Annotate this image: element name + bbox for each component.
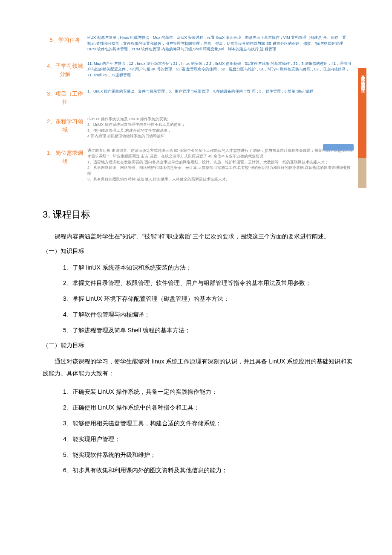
knowledge-list: 1、了解 IinUX 系统基本知识和系统安装的方法； 2、掌握文件目录管理、权限…: [43, 261, 354, 337]
list-item: 2、掌握文件目录管理、权限管理、软件管理、用户与组群管理等指令的基本用法及常用参…: [63, 276, 354, 290]
row-content-2: LiJnUX 操作系统认知及 IJnUX 操作系统的安装; 2、lJnUX 操作…: [87, 116, 354, 139]
row-label-text: 学习任务: [58, 37, 81, 43]
diagram-row-3: 3、项目（工作任 1、UnuX 操作系统的安装.2、文件与目录管理；3、用户管理…: [43, 88, 354, 108]
row-num: 3: [47, 90, 50, 97]
diagram-row-2: 2、课程学习领域 LiJnUX 操作系统认知及 IJnUX 操作系统的安装; 2…: [43, 116, 354, 139]
list-item: 6、初步具有收集和利用课内外的图文资料及其他信息的能力；: [63, 464, 354, 477]
section-title-3: 3. 课程目标: [43, 208, 354, 221]
row-content-5: MUX 起源与发展；Hnux 组成与特点；Mux 的版本；UnUX 安装过程；设…: [87, 34, 354, 52]
diagram-row-1: 1、岗位需求调研 通过调查冋卷.走访调查、访谈面谈等方式对珠三角 60 余家企业…: [43, 147, 354, 183]
row-label-4: 4、子学习领域分解: [43, 60, 87, 80]
sub-heading-knowledge: （一）知识目标: [43, 247, 354, 255]
ability-intro: 通过对该课程的学习，使学生能够对 Iinux 系统工作原理有深刻的认识，并且具备…: [43, 355, 354, 379]
diagram-row-5: 5、学习任务 MUX 起源与发展；Hnux 组成与特点；Mux 的版本；UnUX…: [43, 34, 354, 52]
row-content-4: 11. Mux 的产生与特点，12，hnux 发行版本介绍；21，hnux 的安…: [87, 60, 354, 78]
list-item: 5、了解进程管理及简单 Shell 编程的基本方法；: [63, 324, 354, 337]
row-label-1: 1、岗位需求调研: [43, 147, 87, 167]
diagram-section: 基于课程可立场优业岗立典型工作守星 5、学习任务 MUX 起源与发展；Hnux …: [43, 34, 354, 183]
list-item: 5、能实现软件系统的升级和维护；: [63, 448, 354, 462]
row-label-text: 项目（工作任: [55, 90, 83, 105]
row-num: 5: [49, 37, 52, 43]
sub-heading-ability: （二）能力目标: [43, 342, 354, 349]
list-item: 1、了解 IinUX 系统基本知识和系统安装的方法；: [63, 261, 354, 274]
list-item: 3、能够使用相关磁盘管理工具，构建合适的文件存储系统；: [63, 417, 354, 430]
row-num: 2: [47, 118, 50, 125]
row-content-3: 1、UnuX 操作系统的安装.2、文件与目录管理；3、用户管理与权限管理；4.存…: [87, 88, 354, 95]
list-item: 4、了解软件包管理与内核编译；: [63, 308, 354, 321]
list-item: 2、正确使用 LinUX 操作系统中的各种指令和工具；: [63, 401, 354, 414]
diagram-row-4: 4、子学习领域分解 11. Mux 的产生与特点，12，hnux 发行版本介绍；…: [43, 60, 354, 80]
row-label-5: 5、学习任务: [43, 34, 87, 46]
intro-paragraph: 课程内容需涵盖对学生在"知识"、"技能"和"职业素质"三个层次的要求，围绕这三个…: [43, 230, 354, 242]
list-item: 1、正确安装 LinUX 操作系统，具备一定的实践操作能力；: [63, 385, 354, 398]
row-label-2: 2、课程学习领域: [43, 116, 87, 136]
side-tab: 基于课程可立场优业岗立典型工作守星: [358, 68, 366, 188]
list-item: 4、能实现用户管理；: [63, 433, 354, 446]
row-label-3: 3、项目（工作任: [43, 88, 87, 108]
row-label-text: 子学习领域分解: [55, 63, 83, 78]
blue-badge: [323, 144, 354, 151]
row-label-text: 岗位需求调研: [55, 150, 83, 165]
list-item: 3、掌握 LinUX 环境下存储配置管理（磁盘管理）的基本方法；: [63, 292, 354, 305]
row-num: 1: [47, 150, 50, 156]
ability-list: 1、正确安装 LinUX 操作系统，具备一定的实践操作能力； 2、正确使用 Li…: [43, 385, 354, 477]
row-label-text: 课程学习领域: [55, 118, 83, 133]
row-num: 4: [47, 63, 50, 69]
row-content-1: 通过调查冋卷.走访调查、访谈面谈等方式对珠三角 60 余家企业的多个工作岗位的人…: [87, 147, 354, 183]
